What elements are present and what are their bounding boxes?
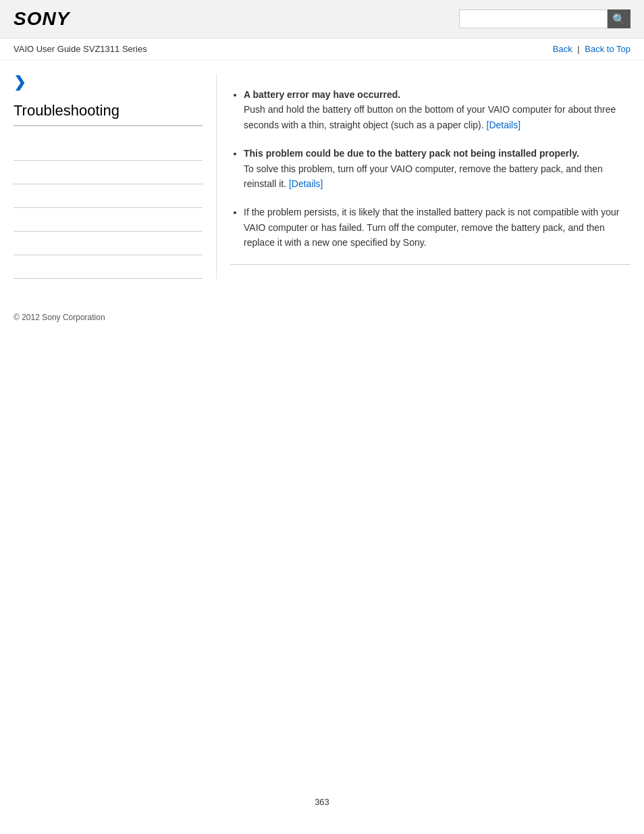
- nav-separator: |: [577, 44, 582, 54]
- bullet-2-title: This problem could be due to the battery…: [244, 148, 579, 159]
- nav-links: Back | Back to Top: [553, 44, 630, 54]
- chevron-icon: ❯: [14, 74, 203, 91]
- list-item: [14, 255, 203, 279]
- bullet-2-details[interactable]: [Details]: [289, 178, 323, 189]
- bullet-1-title: A battery error may have occurred.: [244, 89, 400, 100]
- sidebar-link[interactable]: [14, 215, 203, 224]
- search-area: 🔍: [459, 9, 630, 28]
- content-divider: [230, 264, 630, 265]
- main-content: ❯ Troubleshooting A battery error may ha…: [0, 60, 644, 292]
- bullet-item-3: If the problem persists, it is likely th…: [244, 205, 630, 250]
- sidebar: ❯ Troubleshooting: [14, 74, 216, 279]
- back-link[interactable]: Back: [553, 44, 572, 54]
- bullet-item-2: This problem could be due to the battery…: [244, 146, 630, 191]
- search-button[interactable]: 🔍: [608, 9, 630, 28]
- list-item: [14, 161, 203, 184]
- header: SONY 🔍: [0, 0, 644, 38]
- search-icon: 🔍: [612, 13, 626, 26]
- guide-title: VAIO User Guide SVZ1311 Series: [14, 44, 147, 54]
- list-item: [14, 208, 203, 232]
- list-item: [14, 232, 203, 255]
- sidebar-link[interactable]: [14, 144, 203, 153]
- content-area: A battery error may have occurred. Push …: [216, 74, 630, 279]
- bullet-item-1: A battery error may have occurred. Push …: [244, 87, 630, 132]
- sidebar-links: [14, 137, 203, 279]
- sidebar-link[interactable]: [14, 262, 203, 271]
- search-input[interactable]: [459, 9, 608, 28]
- list-item: [14, 137, 203, 161]
- copyright: © 2012 Sony Corporation: [14, 313, 105, 322]
- bullet-1-details[interactable]: [Details]: [487, 120, 521, 130]
- section-title: Troubleshooting: [14, 102, 203, 126]
- sidebar-link[interactable]: [14, 167, 203, 177]
- footer: © 2012 Sony Corporation: [0, 299, 644, 336]
- nav-bar: VAIO User Guide SVZ1311 Series Back | Ba…: [0, 38, 644, 60]
- bullet-3-body: If the problem persists, it is likely th…: [244, 207, 619, 248]
- sidebar-link[interactable]: [14, 238, 203, 248]
- sidebar-link[interactable]: [14, 191, 203, 201]
- list-item: [14, 184, 203, 208]
- sony-logo: SONY: [14, 8, 70, 30]
- back-to-top-link[interactable]: Back to Top: [585, 44, 630, 54]
- bullet-list: A battery error may have occurred. Push …: [230, 87, 630, 251]
- page-number: 363: [0, 783, 644, 820]
- bullet-1-body: Push and hold the battery off button on …: [244, 104, 616, 130]
